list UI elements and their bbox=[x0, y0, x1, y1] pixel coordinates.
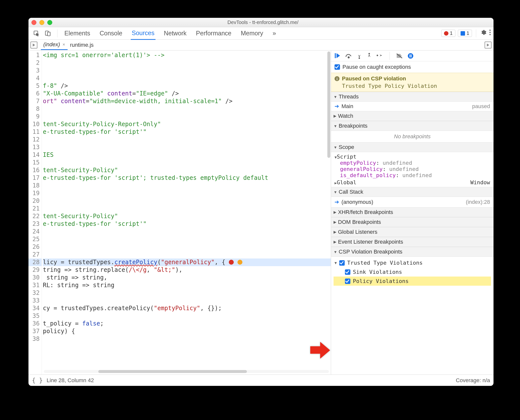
section-callstack[interactable]: ▼Call Stack bbox=[331, 187, 494, 197]
section-breakpoints[interactable]: ▼Breakpoints bbox=[331, 121, 494, 131]
line-number[interactable]: 34 bbox=[28, 304, 40, 312]
line-number[interactable]: 6 bbox=[28, 90, 40, 97]
code-line: "X-UA-Compatible" content="IE=edge" /> bbox=[43, 90, 331, 97]
line-number[interactable]: 10 bbox=[28, 120, 40, 128]
line-number[interactable]: 19 bbox=[28, 189, 40, 197]
horizontal-scrollbar[interactable] bbox=[44, 370, 329, 373]
settings-gear-icon[interactable] bbox=[480, 29, 487, 37]
checkbox-checked-icon[interactable] bbox=[339, 260, 345, 266]
line-number[interactable]: 14 bbox=[28, 151, 40, 159]
tab-console[interactable]: Console bbox=[99, 27, 123, 39]
checkbox-checked-icon[interactable] bbox=[345, 279, 350, 284]
line-number[interactable]: 24 bbox=[28, 228, 40, 235]
pretty-print-icon[interactable]: { } bbox=[32, 377, 43, 384]
section-watch[interactable]: ▶Watch bbox=[331, 111, 494, 121]
line-number[interactable]: 8 bbox=[28, 105, 40, 113]
line-number[interactable]: 31 bbox=[28, 281, 40, 289]
line-number[interactable]: 30 bbox=[28, 274, 40, 281]
line-number[interactable]: 2 bbox=[28, 59, 40, 67]
line-number[interactable]: 17 bbox=[28, 174, 40, 182]
line-number[interactable]: 36 bbox=[28, 320, 40, 327]
device-toggle-icon[interactable] bbox=[44, 30, 51, 37]
kebab-menu-icon[interactable] bbox=[489, 29, 491, 37]
line-number[interactable]: 27 bbox=[28, 251, 40, 258]
messages-badge[interactable]: 1 bbox=[458, 30, 472, 37]
close-icon[interactable]: × bbox=[62, 42, 65, 47]
line-number[interactable]: 11 bbox=[28, 128, 40, 136]
scope-variable[interactable]: is_default_policy: undefined bbox=[335, 172, 490, 178]
tab-memory[interactable]: Memory bbox=[240, 27, 264, 39]
svg-point-5 bbox=[490, 34, 491, 35]
scope-variable[interactable]: emptyPolicy: undefined bbox=[335, 160, 490, 166]
vertical-scrollbar[interactable] bbox=[327, 51, 330, 158]
line-number[interactable]: 15 bbox=[28, 159, 40, 166]
section-dom-breakpoints[interactable]: ▶DOM Breakpoints bbox=[331, 217, 494, 227]
csp-item-policy[interactable]: Policy Violations bbox=[334, 277, 491, 286]
scope-variable[interactable]: generalPolicy: undefined bbox=[335, 166, 490, 172]
zoom-window-icon[interactable] bbox=[47, 20, 52, 25]
line-number[interactable]: 4 bbox=[28, 74, 40, 82]
callstack-frame[interactable]: ➔ (anonymous) (index):28 bbox=[331, 197, 494, 207]
inline-error-icon[interactable] bbox=[229, 260, 234, 265]
line-number[interactable]: 5 bbox=[28, 82, 40, 90]
line-number[interactable]: 13 bbox=[28, 143, 40, 151]
resume-icon[interactable] bbox=[335, 53, 340, 59]
code-line: <img src=1 onerror='alert(1)'> --> bbox=[43, 51, 331, 59]
step-out-icon[interactable] bbox=[367, 53, 372, 59]
line-number[interactable]: 32 bbox=[28, 289, 40, 297]
deactivate-breakpoints-icon[interactable] bbox=[396, 53, 403, 59]
line-number[interactable]: 33 bbox=[28, 297, 40, 304]
section-csp-breakpoints[interactable]: ▼CSP Violation Breakpoints bbox=[331, 247, 494, 257]
line-number[interactable]: 23 bbox=[28, 220, 40, 228]
line-number[interactable]: 7 bbox=[28, 97, 40, 105]
csp-item-trusted[interactable]: ▼ Trusted Type Violations bbox=[334, 258, 491, 267]
line-number[interactable]: 22 bbox=[28, 212, 40, 220]
line-number[interactable]: 1 bbox=[28, 51, 40, 59]
inspect-element-icon[interactable] bbox=[33, 30, 40, 37]
close-window-icon[interactable] bbox=[31, 20, 36, 25]
tab-network[interactable]: Network bbox=[163, 27, 188, 39]
step-icon[interactable] bbox=[377, 53, 383, 59]
pause-caught-row[interactable]: Pause on caught exceptions bbox=[331, 61, 494, 73]
section-global-listeners[interactable]: ▶Global Listeners bbox=[331, 227, 494, 237]
line-number[interactable]: 21 bbox=[28, 205, 40, 212]
current-frame-icon: ➔ bbox=[335, 199, 339, 205]
errors-badge[interactable]: 1 bbox=[441, 30, 455, 37]
line-number[interactable]: 26 bbox=[28, 243, 40, 251]
tab-elements[interactable]: Elements bbox=[63, 27, 91, 39]
section-event-listener-breakpoints[interactable]: ▶Event Listener Breakpoints bbox=[331, 237, 494, 247]
thread-main[interactable]: ➔ Main paused bbox=[331, 102, 494, 111]
line-number[interactable]: 20 bbox=[28, 197, 40, 205]
line-number[interactable]: 35 bbox=[28, 312, 40, 320]
line-number[interactable]: 28 bbox=[28, 258, 42, 266]
pause-exceptions-icon[interactable] bbox=[408, 53, 414, 59]
minimize-window-icon[interactable] bbox=[39, 20, 44, 25]
line-number[interactable]: 18 bbox=[28, 182, 40, 189]
tab-sources[interactable]: Sources bbox=[131, 27, 156, 40]
run-snippet-icon[interactable] bbox=[485, 42, 492, 48]
section-scope[interactable]: ▼Scope bbox=[331, 142, 494, 152]
csp-item-sink[interactable]: Sink Violations bbox=[334, 267, 491, 277]
line-number[interactable]: 25 bbox=[28, 235, 40, 243]
tab-overflow-icon[interactable]: » bbox=[272, 27, 277, 39]
line-number[interactable]: 16 bbox=[28, 166, 40, 174]
code-area[interactable]: <img src=1 onerror='alert(1)'> --> f-8" … bbox=[42, 50, 331, 374]
checkbox-checked-icon[interactable] bbox=[345, 269, 350, 275]
inline-warning-icon[interactable] bbox=[237, 260, 242, 265]
section-threads[interactable]: ▼Threads bbox=[331, 92, 494, 102]
line-number[interactable]: 12 bbox=[28, 136, 40, 143]
navigator-toggle-icon[interactable] bbox=[30, 42, 37, 48]
line-number[interactable]: 29 bbox=[28, 266, 40, 274]
line-number[interactable]: 37 bbox=[28, 327, 40, 335]
step-over-icon[interactable] bbox=[345, 53, 352, 59]
filetab-index[interactable]: (index) × bbox=[41, 40, 68, 50]
step-into-icon[interactable] bbox=[357, 53, 362, 59]
checkbox-checked-icon[interactable] bbox=[335, 64, 340, 70]
line-number[interactable]: 9 bbox=[28, 113, 40, 120]
line-number[interactable]: 3 bbox=[28, 67, 40, 74]
line-number[interactable]: 38 bbox=[28, 335, 40, 343]
tab-performance[interactable]: Performance bbox=[195, 27, 232, 39]
filetab-runtime[interactable]: runtime.js bbox=[68, 40, 96, 50]
section-xhr-breakpoints[interactable]: ▶XHR/fetch Breakpoints bbox=[331, 207, 494, 217]
code-line: tring => string.replace(/\</g, "&lt;"), bbox=[43, 266, 331, 274]
